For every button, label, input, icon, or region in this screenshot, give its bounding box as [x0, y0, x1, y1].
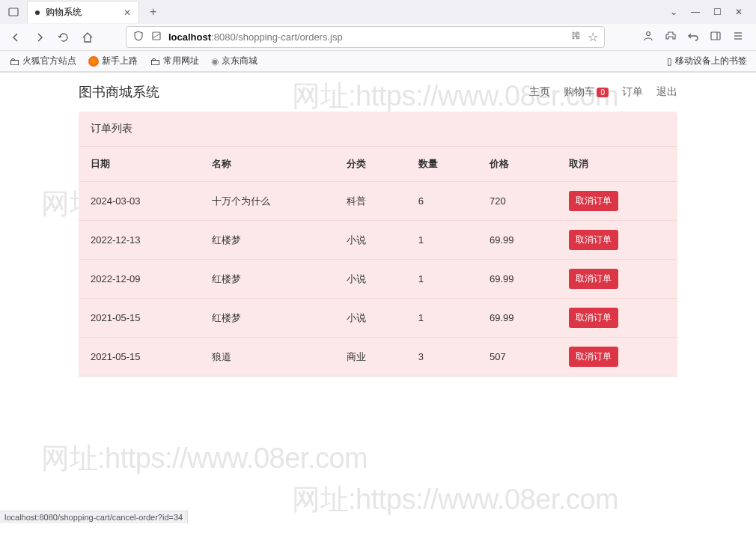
col-name: 名称: [200, 147, 335, 182]
cell-date: 2022-12-09: [79, 260, 200, 299]
cell-qty: 1: [406, 221, 478, 260]
col-qty: 数量: [406, 147, 478, 182]
table-header-row: 日期 名称 分类 数量 价格 取消: [79, 147, 677, 182]
watermark: 网址:https://www.08er.com: [41, 439, 368, 478]
close-button[interactable]: ✕: [735, 7, 743, 17]
order-table: 日期 名称 分类 数量 价格 取消 2024-03-03 十万个为什么 科普 6…: [79, 147, 677, 377]
bookmark-newbie[interactable]: 新手上路: [88, 55, 138, 67]
undo-icon[interactable]: [687, 30, 699, 45]
account-icon[interactable]: [642, 30, 654, 45]
chevron-down-icon[interactable]: ⌄: [670, 7, 677, 17]
bookmark-firefox[interactable]: 火狐官方站点: [9, 55, 76, 67]
tab-close-icon[interactable]: ✕: [124, 7, 131, 18]
home-button[interactable]: [79, 29, 96, 46]
nav-cart[interactable]: 购物车0: [564, 85, 609, 99]
url-text: localhost:8080/shopping-cart/orders.jsp: [168, 31, 343, 43]
cancel-order-button[interactable]: 取消订单: [569, 230, 618, 250]
cancel-order-button[interactable]: 取消订单: [569, 308, 618, 328]
qr-icon[interactable]: 嘂: [572, 30, 580, 44]
back-button[interactable]: [7, 29, 24, 46]
cancel-order-button[interactable]: 取消订单: [569, 347, 618, 367]
bookmark-common[interactable]: 常用网址: [150, 55, 199, 67]
cell-category: 小说: [335, 260, 406, 299]
folder-icon: [9, 55, 19, 67]
browser-tab[interactable]: 购物系统 ✕: [27, 1, 139, 23]
col-category: 分类: [335, 147, 406, 182]
recent-icon[interactable]: [6, 4, 21, 19]
maximize-button[interactable]: ☐: [713, 7, 722, 17]
table-row: 2022-12-09 红楼梦 小说 1 69.99 取消订单: [79, 260, 677, 299]
col-cancel: 取消: [557, 147, 677, 182]
cell-name: 狼道: [200, 338, 335, 377]
bookmark-jd[interactable]: 京东商城: [211, 55, 257, 67]
bookmark-star-icon[interactable]: ☆: [588, 30, 598, 44]
nav-bar: localhost:8080/shopping-cart/orders.jsp …: [0, 24, 756, 51]
cell-price: 69.99: [478, 260, 557, 299]
cell-category: 科普: [335, 182, 406, 221]
nav-logout[interactable]: 退出: [656, 85, 677, 99]
menu-icon[interactable]: [732, 30, 744, 45]
window-controls: ⌄ — ☐ ✕: [670, 7, 750, 17]
cell-date: 2024-03-03: [79, 182, 200, 221]
table-row: 2021-05-15 狼道 商业 3 507 取消订单: [79, 338, 677, 377]
cell-price: 507: [478, 338, 557, 377]
nav-orders[interactable]: 订单: [622, 85, 643, 99]
cell-date: 2021-05-15: [79, 338, 200, 377]
minimize-button[interactable]: —: [691, 7, 700, 17]
watermark: 网址:https://www.08er.com: [292, 481, 618, 519]
shield-icon[interactable]: [132, 30, 144, 44]
page-header: 图书商城系统 主页 购物车0 订单 退出: [79, 73, 677, 112]
cell-category: 小说: [335, 221, 406, 260]
status-bar: localhost:8080/shopping-cart/cancel-orde…: [0, 511, 188, 523]
cell-price: 720: [478, 182, 557, 221]
col-date: 日期: [79, 147, 200, 182]
panel-title: 订单列表: [79, 112, 677, 147]
reload-button[interactable]: [55, 29, 72, 46]
new-tab-button[interactable]: +: [145, 5, 161, 19]
cell-qty: 1: [406, 299, 478, 338]
cell-price: 69.99: [478, 299, 557, 338]
cell-qty: 6: [406, 182, 478, 221]
cell-category: 商业: [335, 338, 406, 377]
extensions-icon[interactable]: [665, 30, 677, 45]
lock-icon[interactable]: [150, 30, 162, 44]
nav-home[interactable]: 主页: [529, 85, 550, 99]
tab-favicon: [35, 10, 40, 15]
svg-point-2: [647, 31, 650, 35]
nav-links: 主页 购物车0 订单 退出: [529, 85, 677, 99]
sidebar-icon[interactable]: [710, 30, 722, 45]
forward-button[interactable]: [31, 29, 48, 46]
jd-icon: [211, 56, 219, 67]
table-row: 2022-12-13 红楼梦 小说 1 69.99 取消订单: [79, 221, 677, 260]
bookmarks-bar: 火狐官方站点 新手上路 常用网址 京东商城 ▯移动设备上的书签: [0, 51, 756, 72]
cell-name: 红楼梦: [200, 260, 335, 299]
mobile-icon: ▯: [667, 56, 672, 67]
cell-qty: 3: [406, 338, 478, 377]
brand-title: 图书商城系统: [79, 83, 159, 101]
cell-price: 69.99: [478, 221, 557, 260]
cancel-order-button[interactable]: 取消订单: [569, 191, 618, 211]
folder-icon: [150, 55, 160, 67]
firefox-icon: [88, 56, 99, 67]
cell-name: 红楼梦: [200, 221, 335, 260]
col-price: 价格: [478, 147, 557, 182]
cell-name: 红楼梦: [200, 299, 335, 338]
table-row: 2021-05-15 红楼梦 小说 1 69.99 取消订单: [79, 299, 677, 338]
svg-rect-0: [9, 8, 18, 16]
url-bar[interactable]: localhost:8080/shopping-cart/orders.jsp …: [126, 26, 605, 48]
page-content: 网址:https://www.08er.com 网址:https://www.0…: [0, 73, 756, 523]
browser-chrome: 购物系统 ✕ + ⌄ — ☐ ✕ localhost:8080/shopping…: [0, 0, 756, 73]
cell-category: 小说: [335, 299, 406, 338]
cell-date: 2022-12-13: [79, 221, 200, 260]
tab-bar: 购物系统 ✕ + ⌄ — ☐ ✕: [0, 0, 756, 24]
cell-name: 十万个为什么: [200, 182, 335, 221]
tab-title: 购物系统: [46, 6, 82, 19]
cancel-order-button[interactable]: 取消订单: [569, 269, 618, 289]
order-panel: 订单列表 日期 名称 分类 数量 价格 取消 2024-03-03 十万个为什么…: [79, 112, 677, 377]
svg-rect-3: [711, 32, 720, 40]
toolbar-right: [642, 30, 744, 45]
table-row: 2024-03-03 十万个为什么 科普 6 720 取消订单: [79, 182, 677, 221]
bookmark-mobile[interactable]: ▯移动设备上的书签: [667, 55, 747, 67]
cell-qty: 1: [406, 260, 478, 299]
cell-date: 2021-05-15: [79, 299, 200, 338]
